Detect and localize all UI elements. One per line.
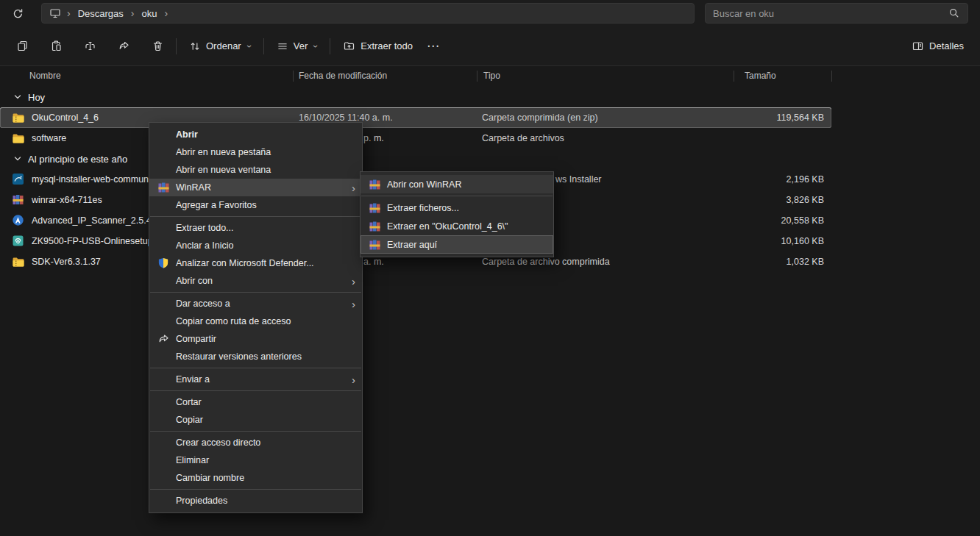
- file-type: Carpeta comprimida (en zip): [482, 107, 734, 128]
- sort-button[interactable]: Ordenar ›: [182, 34, 258, 59]
- ip-scanner-icon: [12, 214, 25, 227]
- file-row-okucontrol[interactable]: OkuControl_4_6 16/10/2025 11:40 a. m. Ca…: [0, 107, 831, 128]
- menu-item-enviar-a[interactable]: Enviar a ›: [149, 371, 362, 388]
- menu-item-abrir[interactable]: Abrir: [149, 126, 362, 143]
- toolbar-separator: [330, 38, 330, 54]
- search-icon[interactable]: [948, 7, 960, 19]
- menu-separator: [150, 216, 361, 217]
- more-options-button[interactable]: ⋯: [420, 34, 447, 59]
- copy-button[interactable]: [9, 34, 35, 59]
- group-header-principio-ano[interactable]: Al principio de este año: [0, 149, 980, 169]
- menu-item-label: Anclar a Inicio: [176, 240, 234, 251]
- breadcrumb-descargas[interactable]: Descargas: [77, 7, 125, 21]
- submenu-item-abrir-con-winrar[interactable]: Abrir con WinRAR: [361, 175, 553, 193]
- column-header-tipo[interactable]: Tipo: [477, 66, 734, 85]
- file-name: ZK9500-FP-USB-Onlinesetup: [32, 236, 153, 246]
- menu-item-winrar[interactable]: WinRAR ›: [149, 179, 362, 196]
- file-row-software[interactable]: software p. m. Carpeta de archivos: [0, 128, 831, 149]
- winrar-extract-icon: [369, 238, 381, 251]
- address-toolbar: › Descargas › oku ›: [0, 0, 980, 26]
- menu-item-abrir-nueva-pestana[interactable]: Abrir en nueva pestaña: [149, 143, 362, 161]
- file-date-fragment: a. m.: [363, 257, 384, 267]
- chevron-right-icon: ›: [352, 276, 355, 287]
- menu-item-label: Abrir con: [176, 276, 213, 286]
- winrar-icon: [369, 178, 381, 190]
- menu-item-copiar[interactable]: Copiar: [149, 411, 362, 429]
- file-type-fragment: ws Installer: [555, 174, 602, 185]
- menu-item-label: Extraer aquí: [387, 240, 437, 250]
- refresh-button[interactable]: [7, 4, 28, 22]
- submenu-item-extraer-ficheros[interactable]: Extraer ficheros...: [361, 199, 553, 217]
- menu-item-cambiar-nombre[interactable]: Cambiar nombre: [149, 469, 362, 487]
- this-pc-icon: [49, 7, 61, 19]
- toolbar-separator: [176, 38, 177, 54]
- file-date-fragment: p. m.: [363, 133, 384, 143]
- details-pane-icon: [912, 40, 924, 52]
- breadcrumb-oku[interactable]: oku: [140, 7, 158, 21]
- file-size: 10,160 KB: [734, 236, 831, 246]
- menu-item-crear-acceso-directo[interactable]: Crear acceso directo: [149, 434, 362, 451]
- view-button[interactable]: Ver ›: [269, 34, 325, 59]
- trash-icon: [152, 40, 164, 52]
- file-size: 20,558 KB: [734, 215, 831, 226]
- zip-folder-icon: [12, 255, 25, 268]
- menu-item-label: Abrir: [176, 129, 198, 140]
- winrar-icon: [12, 193, 25, 207]
- share-icon: [157, 333, 170, 346]
- menu-item-propiedades[interactable]: Propiedades: [149, 492, 362, 510]
- menu-item-anclar-inicio[interactable]: Anclar a Inicio: [149, 237, 362, 254]
- menu-item-analizar-defender[interactable]: Analizar con Microsoft Defender...: [149, 254, 362, 272]
- menu-item-label: WinRAR: [176, 182, 211, 193]
- extract-icon: [343, 40, 355, 52]
- column-header-tamano[interactable]: Tamaño: [734, 66, 831, 85]
- extract-all-button[interactable]: Extraer todo: [335, 34, 420, 59]
- column-header-fecha[interactable]: Fecha de modificación: [294, 66, 477, 85]
- menu-item-label: Eliminar: [176, 455, 209, 465]
- menu-item-abrir-nueva-ventana[interactable]: Abrir en nueva ventana: [149, 161, 362, 179]
- submenu-item-extraer-aqui[interactable]: Extraer aquí: [361, 235, 553, 254]
- folder-icon: [12, 132, 25, 145]
- menu-separator: [150, 368, 361, 368]
- column-headers: Nombre Fecha de modificación Tipo Tamaño: [0, 66, 980, 85]
- search-input[interactable]: [713, 8, 948, 19]
- details-pane-button[interactable]: Detalles: [904, 34, 971, 59]
- menu-item-compartir[interactable]: Compartir: [149, 330, 362, 348]
- menu-item-agregar-favoritos[interactable]: Agregar a Favoritos: [149, 196, 362, 214]
- search-box[interactable]: [705, 3, 968, 24]
- column-header-nombre[interactable]: Nombre: [0, 66, 293, 85]
- delete-button[interactable]: [144, 34, 171, 59]
- share-button[interactable]: [110, 34, 137, 59]
- menu-separator: [150, 390, 361, 391]
- menu-item-cortar[interactable]: Cortar: [149, 393, 362, 411]
- mysql-icon: [12, 173, 25, 186]
- column-separator[interactable]: [831, 71, 832, 82]
- menu-item-label: Extraer todo...: [176, 223, 234, 233]
- winrar-icon: [157, 182, 170, 194]
- copy-icon: [16, 40, 29, 52]
- menu-item-restaurar-versiones[interactable]: Restaurar versiones anteriores: [149, 348, 362, 365]
- menu-item-copiar-ruta[interactable]: Copiar como ruta de acceso: [149, 312, 362, 330]
- menu-item-label: Cortar: [176, 397, 202, 407]
- file-size: 2,196 KB: [734, 174, 831, 185]
- group-header-hoy[interactable]: Hoy: [0, 87, 980, 107]
- menu-separator: [150, 431, 361, 432]
- menu-separator: [150, 489, 361, 490]
- menu-item-label: Abrir en nueva ventana: [176, 165, 271, 175]
- menu-item-eliminar[interactable]: Eliminar: [149, 451, 362, 469]
- menu-item-abrir-con[interactable]: Abrir con ›: [149, 272, 362, 290]
- file-type: Carpeta de archivos: [482, 128, 734, 149]
- menu-item-label: Cambiar nombre: [176, 473, 244, 483]
- address-bar[interactable]: › Descargas › oku ›: [41, 3, 695, 24]
- submenu-item-extraer-en-carpeta[interactable]: Extraer en "OkuControl_4_6\": [361, 217, 553, 235]
- file-name: software: [32, 133, 66, 143]
- menu-item-label: Crear acceso directo: [176, 437, 260, 448]
- file-explorer-window: › Descargas › oku ›: [0, 0, 980, 536]
- menu-item-extraer-todo[interactable]: Extraer todo...: [149, 219, 362, 237]
- details-pane-label: Detalles: [929, 40, 964, 51]
- chevron-right-icon: ›: [352, 182, 355, 193]
- group-label: Al principio de este año: [28, 154, 127, 165]
- chevron-right-icon: ›: [352, 374, 355, 385]
- rename-button[interactable]: [77, 34, 103, 59]
- menu-item-dar-acceso[interactable]: Dar acceso a ›: [149, 295, 362, 312]
- paste-button[interactable]: [43, 34, 69, 59]
